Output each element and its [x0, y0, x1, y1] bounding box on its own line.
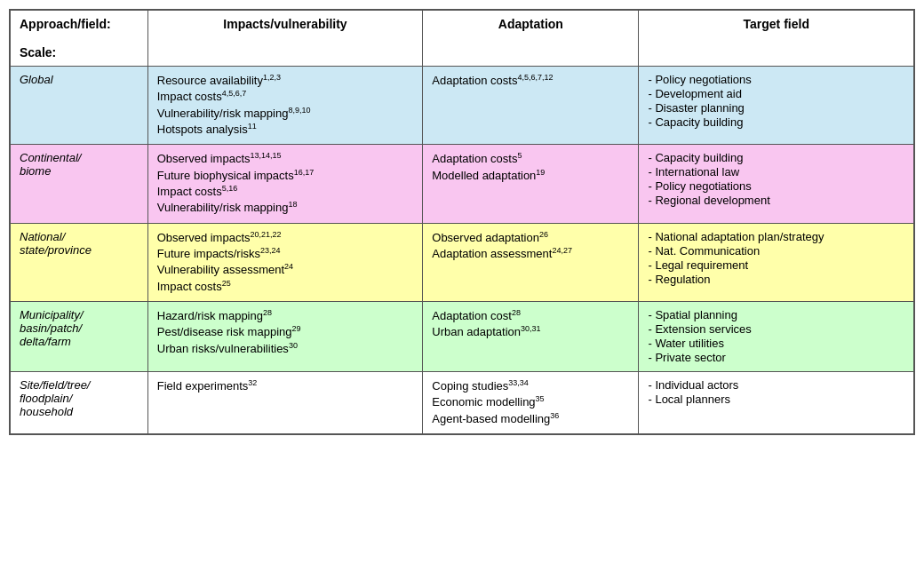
- impact-sup-global-0: 1,2,3: [263, 73, 281, 82]
- target-item-municipality-1: Extension services: [648, 322, 904, 336]
- scale-cell-global: Global: [11, 67, 148, 145]
- table-row-national: National/state/provinceObserved impacts2…: [11, 223, 914, 301]
- impact-item-global-3: Hotspots analysis11: [157, 122, 414, 136]
- scale-cell-national: National/state/province: [11, 223, 148, 301]
- impact-item-continental-0: Observed impacts13,14,15: [157, 151, 414, 165]
- adaptation-item-global-0: Adaptation costs4,5,6,7,12: [432, 73, 629, 87]
- impact-item-municipality-1: Pest/disease risk mapping29: [157, 324, 414, 338]
- adaptation-sup-national-0: 26: [539, 230, 548, 239]
- table-header-row: Approach/field: Scale: Impacts/vulnerabi…: [11, 11, 914, 67]
- impact-item-continental-1: Future biophysical impacts16,17: [157, 168, 414, 182]
- impact-sup-municipality-0: 28: [263, 308, 272, 317]
- adaptation-cell-site: Coping studies33,34Economic modelling35A…: [423, 371, 639, 433]
- main-table-wrapper: Approach/field: Scale: Impacts/vulnerabi…: [9, 9, 915, 435]
- adaptation-item-site-0: Coping studies33,34: [432, 378, 629, 393]
- header-impacts: Impacts/vulnerability: [147, 11, 423, 67]
- scale-label-site-2: household: [20, 405, 73, 418]
- scale-label-site-1: floodplain/: [20, 392, 72, 405]
- impact-item-continental-3: Vulnerability/risk mapping18: [157, 200, 414, 214]
- adaptation-sup-site-2: 36: [550, 411, 559, 420]
- adaptation-item-municipality-1: Urban adaptation30,31: [432, 324, 629, 338]
- scale-label-municipality-0: Municipality/: [20, 308, 84, 321]
- scale-label-municipality-1: basin/patch/: [20, 321, 82, 335]
- impacts-cell-national: Observed impacts20,21,22Future impacts/r…: [147, 223, 423, 301]
- impact-sup-continental-2: 5,16: [222, 184, 238, 193]
- target-item-global-2: Disaster planning: [648, 101, 904, 115]
- adaptation-sup-continental-1: 19: [536, 168, 545, 177]
- impact-sup-continental-3: 18: [288, 200, 297, 209]
- table-row-site: Site/field/tree/floodplain/householdFiel…: [11, 371, 914, 433]
- adaptation-sup-municipality-0: 28: [512, 308, 521, 317]
- adaptation-cell-municipality: Adaptation cost28Urban adaptation30,31: [423, 301, 639, 371]
- target-list-continental: Capacity buildingInternational lawPolicy…: [648, 151, 904, 207]
- impact-item-national-3: Impact costs25: [157, 279, 414, 293]
- target-item-continental-0: Capacity building: [648, 151, 904, 164]
- impact-item-global-0: Resource availability1,2,3: [157, 73, 414, 87]
- impact-sup-continental-1: 16,17: [294, 168, 315, 177]
- target-item-national-0: National adaptation plan/strategy: [648, 230, 904, 243]
- impact-sup-global-3: 11: [248, 122, 257, 131]
- impact-item-national-1: Future impacts/risks23,24: [157, 246, 414, 260]
- impact-item-municipality-0: Hazard/risk mapping28: [157, 308, 414, 322]
- target-item-continental-2: Policy negotiations: [648, 179, 904, 193]
- target-cell-national: National adaptation plan/strategyNat. Co…: [639, 223, 914, 301]
- target-item-global-1: Development aid: [648, 87, 904, 100]
- adaptation-sup-site-0: 33,34: [508, 378, 529, 387]
- target-item-national-2: Legal requirement: [648, 258, 904, 272]
- target-list-global: Policy negotiationsDevelopment aidDisast…: [648, 73, 904, 129]
- adaptation-sup-continental-0: 5: [517, 151, 522, 160]
- target-cell-municipality: Spatial planningExtension servicesWater …: [639, 301, 914, 371]
- impact-item-global-2: Vulnerability/risk mapping8,9,10: [157, 106, 414, 120]
- impact-sup-municipality-2: 30: [289, 341, 298, 350]
- target-item-municipality-3: Private sector: [648, 351, 904, 364]
- target-list-national: National adaptation plan/strategyNat. Co…: [648, 230, 904, 286]
- target-cell-continental: Capacity buildingInternational lawPolicy…: [639, 145, 914, 223]
- impacts-cell-continental: Observed impacts13,14,15Future biophysic…: [147, 145, 423, 223]
- table-row-municipality: Municipality/basin/patch/delta/farmHazar…: [11, 301, 914, 371]
- impact-sup-national-1: 23,24: [260, 246, 281, 255]
- adaptation-sup-municipality-1: 30,31: [521, 324, 541, 333]
- target-item-national-1: Nat. Communication: [648, 244, 904, 258]
- adaptation-cell-national: Observed adaptation26Adaptation assessme…: [423, 223, 639, 301]
- scale-label-continental-1: biome: [20, 164, 51, 178]
- target-list-site: Individual actorsLocal planners: [648, 378, 904, 406]
- table-row-continental: Continental/biomeObserved impacts13,14,1…: [11, 145, 914, 223]
- scale-label-continental-0: Continental/: [20, 151, 81, 164]
- impact-sup-continental-0: 13,14,15: [251, 151, 282, 160]
- adaptation-sup-site-1: 35: [536, 394, 545, 403]
- adaptation-cell-continental: Adaptation costs5Modelled adaptation19: [423, 145, 639, 223]
- adaptation-item-site-1: Economic modelling35: [432, 394, 629, 409]
- target-item-continental-1: International law: [648, 165, 904, 178]
- impact-sup-national-0: 20,21,22: [251, 230, 282, 239]
- adaptation-item-site-2: Agent-based modelling36: [432, 411, 629, 425]
- impact-item-site-0: Field experiments32: [157, 378, 414, 393]
- target-cell-site: Individual actorsLocal planners: [639, 371, 914, 433]
- impact-sup-national-2: 24: [284, 262, 293, 271]
- target-item-municipality-0: Spatial planning: [648, 308, 904, 321]
- target-item-site-0: Individual actors: [648, 378, 904, 392]
- adaptation-item-continental-1: Modelled adaptation19: [432, 168, 629, 182]
- target-item-global-0: Policy negotiations: [648, 73, 904, 86]
- header-target: Target field: [639, 11, 914, 67]
- scale-label-national-0: National/: [20, 230, 65, 243]
- scale-label-national-1: state/province: [20, 243, 92, 257]
- adaptation-item-continental-0: Adaptation costs5: [432, 151, 629, 165]
- impact-sup-site-0: 32: [248, 378, 257, 387]
- target-item-site-1: Local planners: [648, 393, 904, 406]
- impact-item-continental-2: Impact costs5,16: [157, 184, 414, 198]
- scale-label-site-0: Site/field/tree/: [20, 378, 91, 392]
- impacts-cell-site: Field experiments32: [147, 371, 423, 433]
- table-row-global: GlobalResource availability1,2,3Impact c…: [11, 67, 914, 145]
- target-item-municipality-2: Water utilities: [648, 337, 904, 350]
- adaptation-item-national-0: Observed adaptation26: [432, 230, 629, 244]
- scale-label-municipality-2: delta/farm: [20, 335, 71, 348]
- adaptation-sup-global-0: 4,5,6,7,12: [517, 73, 553, 82]
- impact-sup-municipality-1: 29: [292, 324, 301, 333]
- target-item-continental-3: Regional development: [648, 194, 904, 207]
- scale-cell-continental: Continental/biome: [11, 145, 148, 223]
- impacts-cell-municipality: Hazard/risk mapping28Pest/disease risk m…: [147, 301, 423, 371]
- scale-label-global-0: Global: [20, 73, 53, 86]
- impact-item-municipality-2: Urban risks/vulnerabilities30: [157, 341, 414, 355]
- adaptation-item-national-1: Adaptation assessment24,27: [432, 246, 629, 260]
- target-item-national-3: Regulation: [648, 273, 904, 286]
